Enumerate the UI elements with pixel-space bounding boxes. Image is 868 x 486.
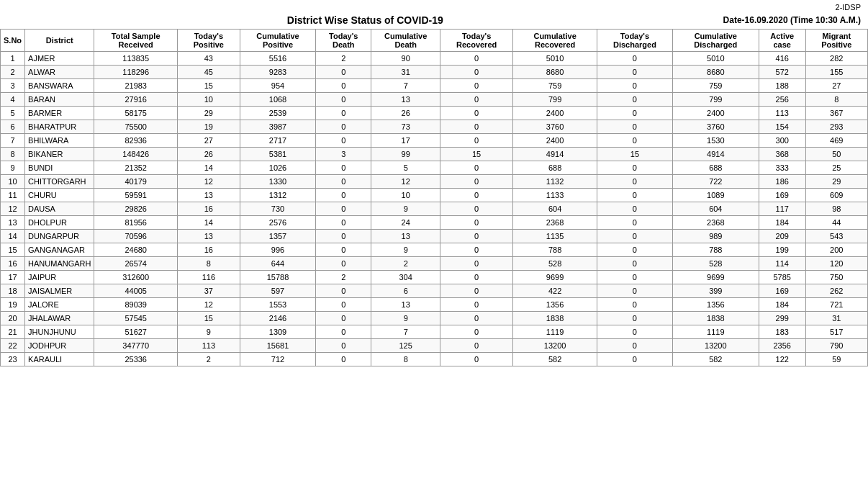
cell-r10-c10: 1089 [672, 189, 759, 202]
cell-r6-c11: 300 [759, 134, 805, 148]
cell-r8-c12: 25 [805, 161, 867, 175]
cell-r20-c10: 1119 [672, 325, 759, 339]
table-row: 2ALWAR1182964592830310868008680572155 [1, 66, 868, 79]
cell-r17-c11: 169 [759, 284, 805, 298]
cell-r3-c3: 10 [177, 93, 240, 107]
cell-r1-c3: 45 [177, 66, 240, 79]
cell-r8-c2: 21352 [94, 161, 177, 175]
cell-r20-c8: 1119 [513, 325, 597, 339]
cell-r16-c0: 17 [1, 271, 25, 284]
cell-r21-c6: 125 [371, 339, 440, 353]
cell-r17-c4: 597 [240, 284, 316, 298]
cell-r8-c8: 688 [513, 161, 597, 175]
cell-r18-c11: 184 [759, 298, 805, 312]
cell-r8-c6: 5 [371, 161, 440, 175]
cell-r20-c11: 183 [759, 325, 805, 339]
col-total-sample: Total Sample Received [94, 30, 177, 52]
cell-r3-c5: 0 [316, 93, 371, 107]
cell-r3-c7: 0 [440, 93, 513, 107]
cell-r13-c8: 1135 [513, 230, 597, 243]
cell-r19-c7: 0 [440, 312, 513, 325]
cell-r21-c1: JODHPUR [25, 339, 94, 353]
cell-r10-c4: 1312 [240, 189, 316, 202]
cell-r13-c4: 1357 [240, 230, 316, 243]
cell-r18-c9: 0 [597, 298, 673, 312]
cell-r15-c11: 114 [759, 257, 805, 271]
cell-r0-c1: AJMER [25, 52, 94, 66]
cell-r2-c0: 3 [1, 79, 25, 93]
cell-r15-c7: 0 [440, 257, 513, 271]
cell-r18-c3: 12 [177, 298, 240, 312]
table-row: 10CHITTORGARH401791213300120113207221862… [1, 175, 868, 189]
cell-r1-c11: 572 [759, 66, 805, 79]
cell-r10-c11: 169 [759, 189, 805, 202]
cell-r0-c4: 5516 [240, 52, 316, 66]
cell-r13-c1: DUNGARPUR [25, 230, 94, 243]
cell-r1-c7: 0 [440, 66, 513, 79]
cell-r11-c11: 117 [759, 202, 805, 216]
cell-r16-c12: 750 [805, 271, 867, 284]
cell-r21-c4: 15681 [240, 339, 316, 353]
table-row: 15GANGANAGAR24680169960907880788199200 [1, 243, 868, 257]
cell-r16-c6: 304 [371, 271, 440, 284]
cell-r16-c8: 9699 [513, 271, 597, 284]
table-row: 7BHILWARA829362727170170240001530300469 [1, 134, 868, 148]
cell-r21-c10: 13200 [672, 339, 759, 353]
cell-r13-c6: 13 [371, 230, 440, 243]
cell-r15-c5: 0 [316, 257, 371, 271]
cell-r13-c7: 0 [440, 230, 513, 243]
cell-r15-c1: HANUMANGARH [25, 257, 94, 271]
cell-r21-c2: 347770 [94, 339, 177, 353]
cell-r17-c12: 262 [805, 284, 867, 298]
cell-r1-c9: 0 [597, 66, 673, 79]
cell-r0-c0: 1 [1, 52, 25, 66]
cell-r11-c3: 16 [177, 202, 240, 216]
table-row: 11CHURU595911313120100113301089169609 [1, 189, 868, 202]
cell-r18-c5: 0 [316, 298, 371, 312]
cell-r4-c10: 2400 [672, 107, 759, 120]
cell-r14-c8: 788 [513, 243, 597, 257]
cell-r21-c12: 790 [805, 339, 867, 353]
table-row: 4BARAN27916101068013079907992568 [1, 93, 868, 107]
cell-r6-c5: 0 [316, 134, 371, 148]
cell-r1-c1: ALWAR [25, 66, 94, 79]
cell-r0-c6: 90 [371, 52, 440, 66]
cell-r20-c4: 1309 [240, 325, 316, 339]
cell-r5-c0: 6 [1, 120, 25, 134]
cell-r8-c7: 0 [440, 161, 513, 175]
cell-r9-c7: 0 [440, 175, 513, 189]
cell-r13-c2: 70596 [94, 230, 177, 243]
cell-r12-c7: 0 [440, 216, 513, 230]
cell-r19-c6: 9 [371, 312, 440, 325]
cell-r17-c7: 0 [440, 284, 513, 298]
table-row: 3BANSWARA2198315954070759075918827 [1, 79, 868, 93]
cell-r1-c8: 8680 [513, 66, 597, 79]
cell-r20-c12: 517 [805, 325, 867, 339]
cell-r9-c2: 40179 [94, 175, 177, 189]
cell-r13-c3: 13 [177, 230, 240, 243]
col-district: District [25, 30, 94, 52]
cell-r20-c2: 51627 [94, 325, 177, 339]
cell-r4-c7: 0 [440, 107, 513, 120]
cell-r1-c10: 8680 [672, 66, 759, 79]
cell-r4-c6: 26 [371, 107, 440, 120]
cell-r12-c1: DHOLPUR [25, 216, 94, 230]
cell-r10-c2: 59591 [94, 189, 177, 202]
cell-r5-c3: 19 [177, 120, 240, 134]
cell-r22-c11: 122 [759, 353, 805, 366]
cell-r22-c12: 59 [805, 353, 867, 366]
cell-r14-c2: 24680 [94, 243, 177, 257]
cell-r6-c9: 0 [597, 134, 673, 148]
cell-r5-c12: 293 [805, 120, 867, 134]
cell-r12-c8: 2368 [513, 216, 597, 230]
cell-r4-c5: 0 [316, 107, 371, 120]
cell-r16-c7: 0 [440, 271, 513, 284]
cell-r10-c7: 0 [440, 189, 513, 202]
cell-r6-c10: 1530 [672, 134, 759, 148]
cell-r3-c4: 1068 [240, 93, 316, 107]
cell-r12-c0: 13 [1, 216, 25, 230]
cell-r8-c10: 688 [672, 161, 759, 175]
cell-r5-c5: 0 [316, 120, 371, 134]
cell-r11-c12: 98 [805, 202, 867, 216]
cell-r15-c10: 528 [672, 257, 759, 271]
